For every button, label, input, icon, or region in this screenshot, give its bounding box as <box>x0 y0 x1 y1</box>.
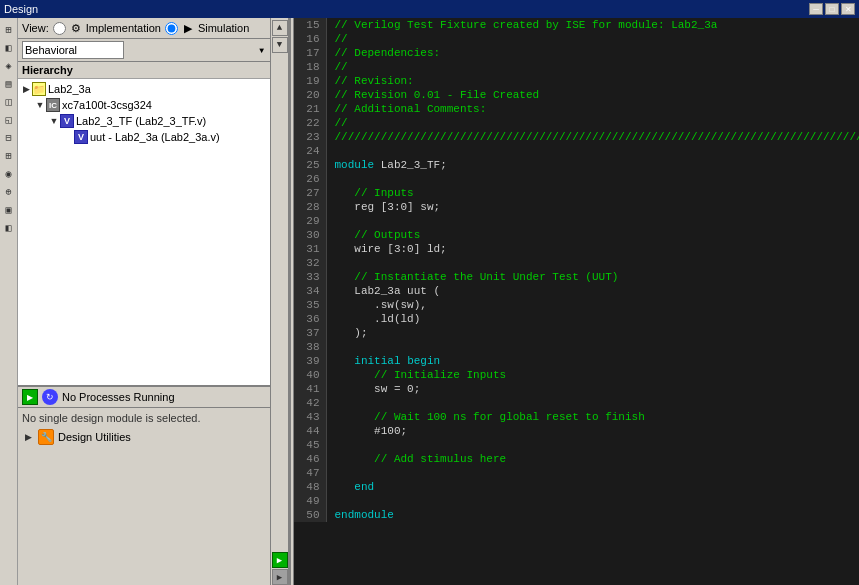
minimize-button[interactable]: ─ <box>809 3 823 15</box>
code-line[interactable]: // Outputs <box>326 228 859 242</box>
code-line[interactable]: // Initialize Inputs <box>326 368 859 382</box>
code-line[interactable] <box>326 172 859 186</box>
table-row: 21// Additional Comments: <box>294 102 859 116</box>
right-toolbar: ▲ ▼ ▶ ▶ <box>270 18 288 585</box>
code-line[interactable]: initial begin <box>326 354 859 368</box>
tree-label-lab2-3a: Lab2_3a <box>48 83 91 95</box>
table-row: 34 Lab2_3a uut ( <box>294 284 859 298</box>
code-line[interactable]: ////////////////////////////////////////… <box>326 130 859 144</box>
strip-icon-3[interactable]: ◈ <box>1 58 17 74</box>
title-bar: Design ─ □ ✕ <box>0 0 859 18</box>
code-line[interactable]: // <box>326 116 859 130</box>
tree-item-lab2-3a[interactable]: ▶ 📁 Lab2_3a <box>18 81 270 97</box>
toolbar-scroll-up[interactable]: ▲ <box>272 20 288 36</box>
code-line[interactable]: module Lab2_3_TF; <box>326 158 859 172</box>
code-line[interactable]: // Instantiate the Unit Under Test (UUT) <box>326 270 859 284</box>
strip-icon-6[interactable]: ◱ <box>1 112 17 128</box>
code-line[interactable] <box>326 466 859 480</box>
line-number: 38 <box>294 340 326 354</box>
strip-icon-8[interactable]: ⊞ <box>1 148 17 164</box>
strip-icon-2[interactable]: ◧ <box>1 40 17 56</box>
strip-icon-5[interactable]: ◫ <box>1 94 17 110</box>
simulation-radio-label[interactable]: ▶ Simulation <box>165 20 249 36</box>
strip-icon-10[interactable]: ⊕ <box>1 184 17 200</box>
code-line[interactable]: endmodule <box>326 508 859 522</box>
code-line[interactable]: #100; <box>326 424 859 438</box>
design-utilities-item[interactable]: ▶ 🔧 Design Utilities <box>18 428 270 446</box>
line-number: 41 <box>294 382 326 396</box>
status-label: No Processes Running <box>62 391 175 403</box>
code-line[interactable] <box>326 494 859 508</box>
table-row: 39 initial begin <box>294 354 859 368</box>
line-number: 44 <box>294 424 326 438</box>
strip-icon-7[interactable]: ⊟ <box>1 130 17 146</box>
code-line[interactable] <box>326 214 859 228</box>
code-line[interactable]: reg [3:0] sw; <box>326 200 859 214</box>
code-line[interactable]: // Revision: <box>326 74 859 88</box>
simulation-radio[interactable] <box>165 22 178 35</box>
strip-icon-12[interactable]: ◧ <box>1 220 17 236</box>
code-line[interactable]: // Additional Comments: <box>326 102 859 116</box>
line-number: 46 <box>294 452 326 466</box>
strip-icon-9[interactable]: ◉ <box>1 166 17 182</box>
process-icon: ↻ <box>42 389 58 405</box>
code-line[interactable]: // Wait 100 ns for global reset to finis… <box>326 410 859 424</box>
code-area[interactable]: 15// Verilog Test Fixture created by ISE… <box>294 18 859 585</box>
table-row: 29 <box>294 214 859 228</box>
code-line[interactable]: ); <box>326 326 859 340</box>
code-line[interactable] <box>326 340 859 354</box>
table-row: 16// <box>294 32 859 46</box>
implementation-radio-label[interactable]: ⚙ Implementation <box>53 20 161 36</box>
strip-icon-4[interactable]: ▤ <box>1 76 17 92</box>
line-number: 28 <box>294 200 326 214</box>
code-line[interactable] <box>326 256 859 270</box>
line-number: 26 <box>294 172 326 186</box>
table-row: 24 <box>294 144 859 158</box>
code-line[interactable]: sw = 0; <box>326 382 859 396</box>
table-row: 31 wire [3:0] ld; <box>294 242 859 256</box>
tree-item-lab2-3-tf[interactable]: ▼ V Lab2_3_TF (Lab2_3_TF.v) <box>46 113 270 129</box>
behavioral-dropdown[interactable]: Behavioral Post-Translate Post-Map Post-… <box>22 41 124 59</box>
title-text: Design <box>4 3 38 15</box>
code-line[interactable] <box>326 438 859 452</box>
tree-label-chip: xc7a100t-3csg324 <box>62 99 152 111</box>
simulation-icon: ▶ <box>180 20 196 36</box>
code-line[interactable]: Lab2_3a uut ( <box>326 284 859 298</box>
code-line[interactable]: wire [3:0] ld; <box>326 242 859 256</box>
table-row: 38 <box>294 340 859 354</box>
code-line[interactable]: // <box>326 32 859 46</box>
toolbar-scroll-down[interactable]: ▼ <box>272 37 288 53</box>
table-row: 23//////////////////////////////////////… <box>294 130 859 144</box>
play-button[interactable]: ▶ <box>22 389 38 405</box>
tree-item-chip[interactable]: ▼ IC xc7a100t-3csg324 <box>32 97 270 113</box>
code-line[interactable] <box>326 396 859 410</box>
code-line[interactable]: // <box>326 60 859 74</box>
code-line[interactable]: // Verilog Test Fixture created by ISE f… <box>326 18 859 32</box>
table-row: 42 <box>294 396 859 410</box>
code-line[interactable]: // Revision 0.01 - File Created <box>326 88 859 102</box>
table-row: 48 end <box>294 480 859 494</box>
toolbar-go-gray[interactable]: ▶ <box>272 569 288 585</box>
maximize-button[interactable]: □ <box>825 3 839 15</box>
code-line[interactable]: .sw(sw), <box>326 298 859 312</box>
code-tbody: 15// Verilog Test Fixture created by ISE… <box>294 18 859 522</box>
code-line[interactable]: end <box>326 480 859 494</box>
close-button[interactable]: ✕ <box>841 3 855 15</box>
left-main: View: ⚙ Implementation ▶ Simulation <box>18 18 270 585</box>
toolbar-go-green[interactable]: ▶ <box>272 552 288 568</box>
line-number: 15 <box>294 18 326 32</box>
tree-item-uut[interactable]: V uut - Lab2_3a (Lab2_3a.v) <box>60 129 270 145</box>
line-number: 37 <box>294 326 326 340</box>
strip-icon-1[interactable]: ⊞ <box>1 22 17 38</box>
table-row: 20// Revision 0.01 - File Created <box>294 88 859 102</box>
status-row: ▶ ↻ No Processes Running <box>18 387 270 408</box>
code-line[interactable] <box>326 144 859 158</box>
line-number: 39 <box>294 354 326 368</box>
strip-icon-11[interactable]: ▣ <box>1 202 17 218</box>
code-line[interactable]: .ld(ld) <box>326 312 859 326</box>
implementation-radio[interactable] <box>53 22 66 35</box>
code-line[interactable]: // Dependencies: <box>326 46 859 60</box>
table-row: 27 // Inputs <box>294 186 859 200</box>
code-line[interactable]: // Add stimulus here <box>326 452 859 466</box>
code-line[interactable]: // Inputs <box>326 186 859 200</box>
